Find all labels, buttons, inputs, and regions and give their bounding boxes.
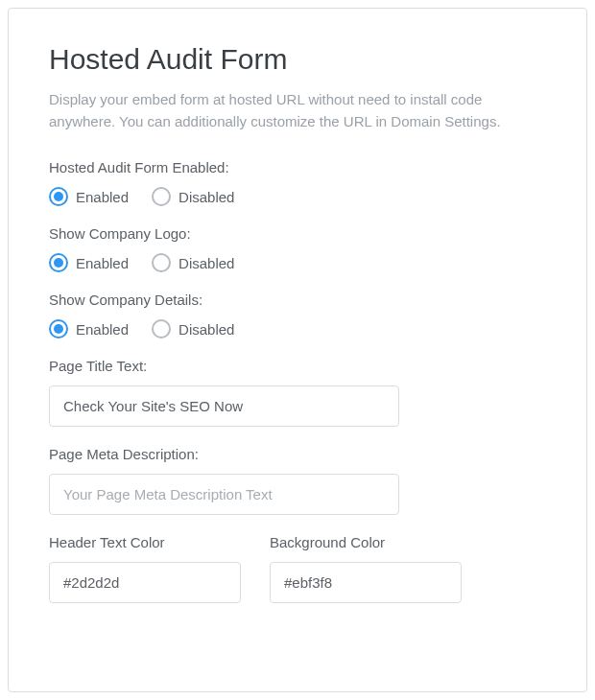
radio-icon — [152, 187, 171, 206]
meta-desc-field-group: Page Meta Description: — [49, 446, 546, 515]
logo-radio-disabled[interactable]: Disabled — [152, 253, 234, 272]
color-row: Header Text Color Background Color — [49, 534, 546, 603]
details-radio-enabled[interactable]: Enabled — [49, 319, 129, 338]
page-subtitle: Display your embed form at hosted URL wi… — [49, 89, 546, 132]
header-color-field-group: Header Text Color — [49, 534, 241, 603]
page-title-label: Page Title Text: — [49, 358, 546, 374]
header-color-label: Header Text Color — [49, 534, 241, 550]
details-field-group: Show Company Details: Enabled Disabled — [49, 292, 546, 338]
details-label: Show Company Details: — [49, 292, 546, 308]
page-title: Hosted Audit Form — [49, 43, 546, 76]
radio-label-disabled: Disabled — [178, 189, 234, 205]
logo-label: Show Company Logo: — [49, 225, 546, 242]
page-title-field-group: Page Title Text: — [49, 358, 546, 427]
radio-label-enabled: Enabled — [76, 321, 129, 338]
radio-icon — [49, 187, 68, 206]
radio-label-disabled: Disabled — [178, 255, 234, 271]
enabled-radio-disabled[interactable]: Disabled — [152, 187, 234, 206]
logo-radio-enabled[interactable]: Enabled — [49, 253, 129, 272]
bg-color-field-group: Background Color — [270, 534, 462, 603]
radio-label-enabled: Enabled — [76, 189, 129, 205]
radio-icon — [49, 319, 68, 338]
bg-color-label: Background Color — [270, 534, 462, 550]
bg-color-input[interactable] — [270, 562, 462, 603]
enabled-radio-row: Enabled Disabled — [49, 187, 546, 206]
radio-icon — [152, 253, 171, 272]
radio-icon — [152, 319, 171, 338]
logo-field-group: Show Company Logo: Enabled Disabled — [49, 225, 546, 272]
header-color-input[interactable] — [49, 562, 241, 603]
meta-desc-label: Page Meta Description: — [49, 446, 546, 462]
enabled-field-group: Hosted Audit Form Enabled: Enabled Disab… — [49, 159, 546, 206]
enabled-radio-enabled[interactable]: Enabled — [49, 187, 129, 206]
radio-icon — [49, 253, 68, 272]
radio-label-enabled: Enabled — [76, 255, 129, 271]
logo-radio-row: Enabled Disabled — [49, 253, 546, 272]
meta-desc-input[interactable] — [49, 474, 399, 515]
hosted-audit-form-card: Hosted Audit Form Display your embed for… — [8, 8, 587, 692]
enabled-label: Hosted Audit Form Enabled: — [49, 159, 546, 175]
page-title-input[interactable] — [49, 385, 399, 427]
radio-label-disabled: Disabled — [178, 321, 234, 338]
details-radio-disabled[interactable]: Disabled — [152, 319, 234, 338]
details-radio-row: Enabled Disabled — [49, 319, 546, 338]
